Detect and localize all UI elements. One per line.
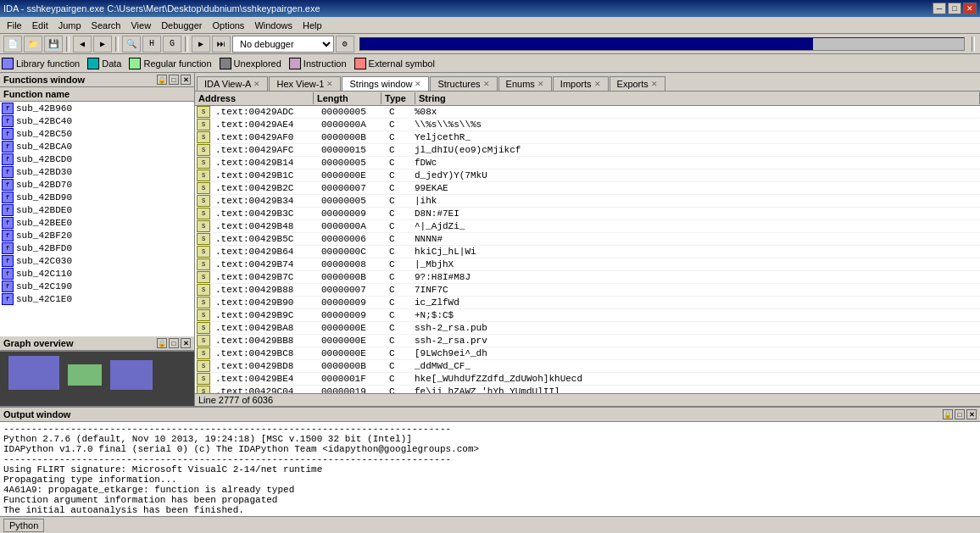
table-row[interactable]: S .text:00429C04 00000019 C fe\ii_hZAWZ_… [195,386,980,393]
function-item[interactable]: fsub_42C030 [0,254,194,267]
toolbar-open[interactable]: 📁 [24,36,42,53]
functions-window-close[interactable]: ✕ [181,75,191,85]
tab-imports[interactable]: Imports ✕ [553,76,609,91]
function-item[interactable]: fsub_42BEE0 [0,216,194,229]
debugger-dropdown[interactable]: No debugger [232,36,334,53]
table-row[interactable]: S .text:00429B1C 0000000E C d_jedY)Y(7Mk… [195,169,980,182]
tab-hex-view[interactable]: Hex View-1 ✕ [269,76,341,91]
tab-structures[interactable]: Structures ✕ [430,76,497,91]
table-row[interactable]: S .text:00429B2C 00000007 C 99EKAE [195,182,980,195]
menu-file[interactable]: File [2,19,27,31]
cell-length: 0000000B [318,361,386,371]
table-row[interactable]: S .text:00429AFC 00000015 C jl_dhIU(eo9)… [195,144,980,157]
toolbar-step[interactable]: ⏭ [212,36,231,53]
menu-windows[interactable]: Windows [249,19,298,31]
function-item[interactable]: fsub_42B960 [0,102,194,114]
tab-structures-close[interactable]: ✕ [483,80,490,88]
table-row[interactable]: S .text:00429B9C 00000009 C +N;$:C$ [195,309,980,322]
toolbar-fwd[interactable]: ▶ [93,36,112,53]
graph-overview-lock[interactable]: 🔒 [157,338,167,348]
toolbar-graph[interactable]: G [163,36,181,53]
tab-exports[interactable]: Exports ✕ [610,76,665,91]
function-icon: f [2,268,14,280]
table-row[interactable]: S .text:00429B64 0000000C C hkiCj_hL|Wi [195,246,980,258]
legend-external-symbol: External symbol [354,58,435,69]
tab-enums[interactable]: Enums ✕ [498,76,552,91]
table-row[interactable]: S .text:00429BE4 0000001F C hke[_WUhdUfZ… [195,373,980,386]
table-row[interactable]: S .text:00429AE4 0000000A C \\%s\\%s\\%s [195,119,980,131]
menu-edit[interactable]: Edit [27,19,53,31]
tab-imports-close[interactable]: ✕ [594,80,601,88]
table-row[interactable]: S .text:00429BC8 0000000E C [9LWch9ei^_d… [195,347,980,360]
cell-length: 0000001F [318,374,386,384]
strings-table[interactable]: S .text:00429ADC 00000005 C %08x S .text… [195,106,980,393]
col-string: String [415,92,980,104]
tab-exports-close[interactable]: ✕ [651,80,658,88]
toolbar-back[interactable]: ◀ [73,36,92,53]
tab-ida-view[interactable]: IDA View-A ✕ [197,76,268,91]
function-item[interactable]: fsub_42BFD0 [0,242,194,254]
output-line: ----------------------------------------… [3,424,977,434]
legend-instruction-label: Instruction [303,58,347,69]
functions-window-lock[interactable]: 🔒 [157,75,167,85]
restore-button[interactable]: □ [948,3,961,14]
function-item[interactable]: fsub_42BC50 [0,127,194,140]
menu-jump[interactable]: Jump [53,19,86,31]
function-item[interactable]: fsub_42BD70 [0,178,194,191]
table-row[interactable]: S .text:00429BB8 0000000E C ssh-2_rsa.pr… [195,335,980,347]
cell-type: C [386,310,411,320]
table-row[interactable]: S .text:00429B5C 00000006 C NNNN# [195,233,980,246]
functions-list[interactable]: fsub_42B960fsub_42BC40fsub_42BC50fsub_42… [0,102,194,336]
menu-debugger[interactable]: Debugger [156,19,207,31]
function-item[interactable]: fsub_42BF20 [0,229,194,242]
function-item[interactable]: fsub_42C190 [0,280,194,292]
menu-search[interactable]: Search [86,19,126,31]
function-item[interactable]: fsub_42BCD0 [0,153,194,165]
toolbar-run[interactable]: ▶ [192,36,210,53]
function-item[interactable]: fsub_42C110 [0,267,194,280]
function-name: sub_42BD90 [16,192,72,203]
table-row[interactable]: S .text:00429B48 0000000A C ^|_AjdZi_ [195,220,980,233]
table-row[interactable]: S .text:00429BA8 0000000E C ssh-2_rsa.pu… [195,322,980,335]
table-row[interactable]: S .text:00429AF0 0000000B C YeljcethR_ [195,131,980,144]
tab-hex-view-close[interactable]: ✕ [326,80,333,88]
menu-options[interactable]: Options [207,19,249,31]
function-item[interactable]: fsub_42BC40 [0,114,194,127]
functions-window-float[interactable]: □ [169,75,179,85]
table-row[interactable]: S .text:00429B14 00000005 C fDWc [195,157,980,169]
table-row[interactable]: S .text:00429B3C 00000009 C D8N:#7EI [195,208,980,220]
tab-ida-view-close[interactable]: ✕ [253,80,260,88]
toolbar-save[interactable]: 💾 [44,36,63,53]
function-item[interactable]: fsub_42BD90 [0,191,194,203]
menu-view[interactable]: View [125,19,156,31]
table-row[interactable]: S .text:00429B90 00000009 C ic_ZlfWd [195,297,980,309]
function-item[interactable]: fsub_42BDE0 [0,203,194,216]
output-window-float[interactable]: □ [955,409,965,419]
menu-help[interactable]: Help [298,19,327,31]
function-item[interactable]: fsub_42BD30 [0,165,194,178]
minimize-button[interactable]: ─ [933,3,946,14]
toolbar-attach[interactable]: ⚙ [336,36,354,53]
table-row[interactable]: S .text:00429B7C 0000000B C 9?:H8I#M8J [195,271,980,284]
table-row[interactable]: S .text:00429B88 00000007 C 7INF7C [195,284,980,297]
toolbar-hex[interactable]: H [142,36,161,53]
toolbar-search[interactable]: 🔍 [122,36,141,53]
table-row[interactable]: S .text:00429B74 00000008 C |_MbjhX [195,258,980,271]
tab-strings-window[interactable]: Strings window ✕ [342,76,429,91]
function-item[interactable]: fsub_42C1E0 [0,292,194,305]
tab-strings-close[interactable]: ✕ [415,80,421,88]
function-item[interactable]: fsub_42BCA0 [0,140,194,153]
close-button[interactable]: ✕ [963,3,977,14]
cell-length: 00000005 [318,158,386,168]
python-button[interactable]: Python [3,519,44,532]
table-row[interactable]: S .text:00429ADC 00000005 C %08x [195,106,980,119]
output-window-close[interactable]: ✕ [966,409,977,419]
graph-overview-float[interactable]: □ [169,338,179,348]
graph-overview-close[interactable]: ✕ [181,338,191,348]
cell-length: 00000009 [318,310,386,320]
toolbar-new[interactable]: 📄 [3,36,22,53]
table-row[interactable]: S .text:00429B34 00000005 C |ihk [195,195,980,208]
output-window-lock[interactable]: 🔒 [943,409,953,419]
tab-enums-close[interactable]: ✕ [537,80,544,88]
table-row[interactable]: S .text:00429BD8 0000000B C _ddMWd_CF_ [195,360,980,373]
